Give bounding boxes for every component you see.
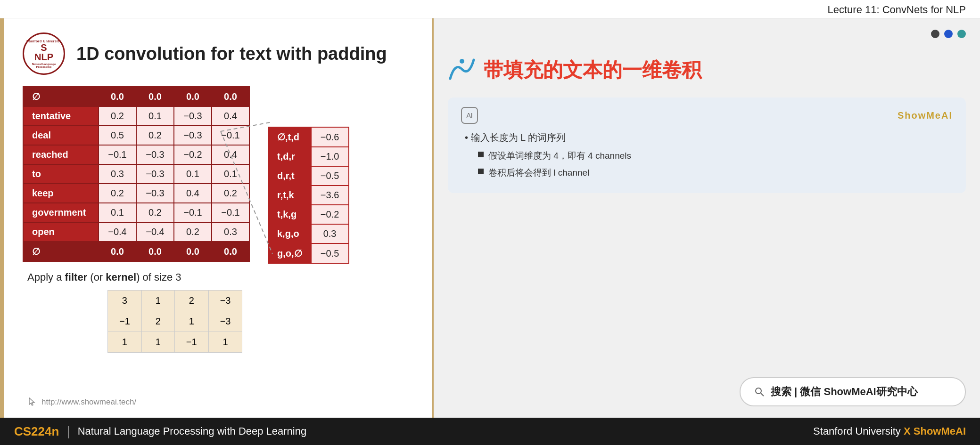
x-separator: X — [904, 425, 914, 437]
dot-teal — [957, 30, 966, 38]
output-row-val: −1.0 — [311, 147, 349, 166]
table-row-label: ∅ — [23, 242, 99, 261]
table-row: 0.2 — [136, 126, 174, 145]
table-row: 0.3 — [99, 164, 136, 184]
filter-cell: 1 — [174, 311, 208, 332]
note-bullet-1: • 输入长度为 L 的词序列 — [461, 131, 953, 144]
filter-cell: 2 — [174, 291, 208, 311]
table-row: 0.2 — [99, 184, 136, 203]
lecture-header: Lecture 11: ConvNets for NLP — [0, 0, 980, 18]
bottom-right: Stanford University X ShowMeAI — [813, 425, 966, 437]
filter-cell: 2 — [141, 311, 174, 332]
filter-cell: −1 — [174, 332, 208, 353]
table-row: −0.1 — [99, 145, 136, 164]
ai-icon-label: AI — [466, 112, 472, 119]
filter-cell: −3 — [208, 311, 242, 332]
table-row: 0.0 — [99, 87, 136, 106]
table-row: −0.3 — [136, 184, 174, 203]
search-text: 搜索 | 微信 ShowMeAI研究中心 — [771, 385, 918, 399]
table-row: 0.0 — [212, 87, 249, 106]
table-row: 0.0 — [136, 87, 174, 106]
dots-row — [448, 30, 966, 38]
slide-header: Stanford University SNLP Natural Languag… — [23, 32, 413, 75]
svg-point-3 — [756, 388, 761, 394]
main-content: Stanford University SNLP Natural Languag… — [0, 18, 980, 418]
output-row-label: ∅,t,d — [268, 127, 311, 147]
slide-title: 1D convolution for text with padding — [76, 44, 387, 64]
wave-icon — [448, 57, 476, 83]
stanford-text: Stanford University — [813, 425, 901, 437]
cs224n-label: CS224n — [14, 424, 59, 439]
table-row: 0.3 — [212, 222, 249, 242]
filter-cell: 1 — [141, 291, 174, 311]
filter-cell: −3 — [208, 291, 242, 311]
table-row: 0.0 — [212, 242, 249, 261]
filter-cell: −1 — [108, 311, 142, 332]
dot-dark — [931, 30, 939, 38]
output-row-label: t,k,g — [268, 205, 311, 224]
table-row-label: open — [23, 222, 99, 242]
table-row: 0.1 — [136, 106, 174, 126]
table-row: −0.4 — [99, 222, 136, 242]
table-row: −0.1 — [212, 203, 249, 222]
filter-cell: 1 — [141, 332, 174, 353]
table-row: 0.1 — [99, 203, 136, 222]
table-row-label: ∅ — [23, 87, 99, 106]
output-row-label: d,r,t — [268, 166, 311, 186]
table-row: 0.2 — [174, 222, 212, 242]
table-row-label: government — [23, 203, 99, 222]
table-row: 0.1 — [212, 164, 249, 184]
table-row: 0.1 — [174, 164, 212, 184]
table-row: 0.2 — [212, 184, 249, 203]
note-card-header: AI ShowMeAI — [461, 107, 953, 124]
output-table: ∅,t,d−0.6t,d,r−1.0d,r,t−0.5r,t,k−3.6t,k,… — [268, 127, 349, 264]
lecture-title-zh: 带填充的文本的一维卷积 — [448, 57, 966, 83]
output-row-label: t,d,r — [268, 147, 311, 166]
output-row-label: r,t,k — [268, 186, 311, 205]
cursor-icon — [27, 397, 38, 407]
lecture-title: Lecture 11: ConvNets for NLP — [828, 4, 966, 16]
table-row: 0.0 — [174, 242, 212, 261]
table-row-label: reached — [23, 145, 99, 164]
note-sub-bullet-2: 卷积后将会得到 l channel — [478, 167, 953, 179]
table-row: −0.3 — [136, 145, 174, 164]
url-text: http://www.showmeai.tech/ — [41, 397, 136, 407]
filter-table: 312−3−121−311−11 — [107, 290, 242, 353]
svg-line-4 — [761, 393, 764, 396]
table-row: −0.1 — [174, 203, 212, 222]
filter-text: Apply a filter (or kernel) of size 3 — [27, 271, 413, 283]
table-row: 0.4 — [212, 106, 249, 126]
output-area: ∅,t,d−0.6t,d,r−1.0d,r,t−0.5r,t,k−3.6t,k,… — [268, 127, 349, 264]
table-row: 0.0 — [99, 242, 136, 261]
table-row: −0.1 — [212, 126, 249, 145]
output-row-val: −0.5 — [311, 243, 349, 263]
conv-table: ∅0.00.00.00.0tentative0.20.1−0.30.4deal0… — [23, 86, 250, 262]
table-row: −0.3 — [174, 106, 212, 126]
square-bullet-2 — [478, 169, 484, 174]
stanford-logo: Stanford University SNLP Natural Languag… — [23, 32, 65, 75]
output-row-label: k,g,o — [268, 224, 311, 243]
logo-text: SNLP — [34, 43, 53, 62]
note-card: AI ShowMeAI • 输入长度为 L 的词序列 假设单词维度为 4，即有 … — [448, 97, 966, 193]
table-row-label: to — [23, 164, 99, 184]
output-row-val: −0.2 — [311, 205, 349, 224]
search-bar[interactable]: 搜索 | 微信 ShowMeAI研究中心 — [740, 377, 966, 406]
url-area: http://www.showmeai.tech/ — [27, 397, 136, 407]
output-row-label: g,o,∅ — [268, 243, 311, 263]
showmeai-footer: ShowMeAI — [914, 425, 966, 437]
table-row-label: deal — [23, 126, 99, 145]
square-bullet-1 — [478, 152, 484, 157]
table-row: 0.2 — [136, 203, 174, 222]
filter-cell: 3 — [108, 291, 142, 311]
bottom-left: CS224n | Natural Language Processing wit… — [14, 424, 306, 439]
dot-blue — [944, 30, 953, 38]
output-row-val: −0.5 — [311, 166, 349, 186]
ai-icon: AI — [461, 107, 478, 124]
lecture-title-zh-text: 带填充的文本的一维卷积 — [484, 57, 701, 83]
filter-cell: 1 — [108, 332, 142, 353]
table-row-label: tentative — [23, 106, 99, 126]
table-row: 0.4 — [212, 145, 249, 164]
annotation-panel: 带填充的文本的一维卷积 AI ShowMeAI • 输入长度为 L 的词序列 假… — [434, 18, 980, 418]
table-row: 0.4 — [174, 184, 212, 203]
table-row: −0.2 — [174, 145, 212, 164]
